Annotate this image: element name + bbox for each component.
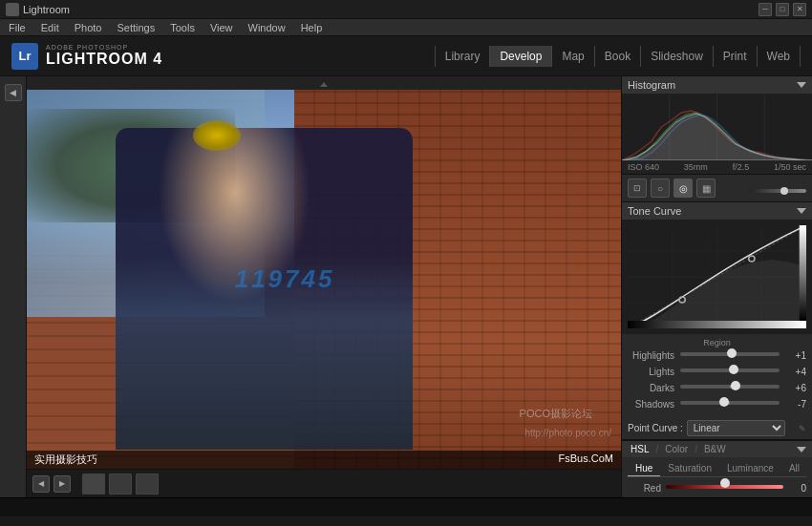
hsl-tab-color[interactable]: Color — [662, 444, 691, 454]
tool-redeye[interactable]: ◎ — [673, 179, 693, 198]
main-layout: ◀ 119745 POCO摄影论坛 http: — [0, 76, 812, 497]
filmstrip-thumb-3[interactable] — [136, 473, 159, 494]
menu-photo[interactable]: Photo — [72, 22, 105, 33]
hsl-sub-lum[interactable]: Luminance — [719, 461, 781, 476]
shadows-value: -7 — [783, 399, 806, 410]
maximize-button[interactable]: □ — [776, 3, 789, 16]
highlights-label: Highlights — [628, 350, 680, 361]
tone-curve-header[interactable]: Tone Curve — [622, 202, 812, 220]
aperture-value: f/2.5 — [733, 162, 750, 172]
red-slider[interactable] — [666, 481, 783, 494]
point-curve-select[interactable]: Linear Medium Contrast Strong Contrast — [687, 420, 785, 436]
tool-row: ⊡ ○ ◎ ▦ — [622, 175, 812, 202]
hsl-collapse-icon[interactable] — [797, 447, 806, 452]
histogram-collapse-icon[interactable] — [797, 82, 806, 88]
header: Lr ADOBE PHOTOSHOP LIGHTROOM 4 Library D… — [0, 36, 812, 76]
lights-row: Lights +4 — [628, 365, 806, 378]
menu-settings[interactable]: Settings — [114, 22, 158, 33]
shadows-row: Shadows -7 — [628, 397, 806, 410]
adobe-label: ADOBE PHOTOSHOP — [46, 44, 162, 51]
window-title: Lightroom — [23, 4, 759, 15]
hsl-sub-hue[interactable]: Hue — [628, 461, 660, 476]
left-panel-toggle[interactable]: ◀ — [5, 84, 22, 101]
point-curve-label: Point Curve : — [628, 423, 683, 433]
nav-slideshow[interactable]: Slideshow — [641, 46, 714, 67]
darks-value: +6 — [783, 383, 806, 393]
highlights-thumb[interactable] — [727, 348, 737, 358]
shadows-label: Shadows — [628, 399, 680, 410]
status-bar — [0, 497, 812, 516]
tool-slider-track — [749, 189, 806, 193]
tool-grad[interactable]: ▦ — [696, 179, 716, 198]
photo-background: 119745 POCO摄影论坛 http://photo.poco.cn/ 实用… — [27, 90, 621, 469]
minimize-button[interactable]: ─ — [759, 3, 772, 16]
nav-modules: Library Develop Map Book Slideshow Print… — [435, 46, 801, 67]
point-curve-edit-icon[interactable]: ✎ — [799, 424, 806, 433]
histogram-title: Histogram — [628, 79, 675, 91]
tone-curve-canvas — [622, 220, 812, 334]
shadows-track — [680, 401, 780, 405]
lights-slider[interactable] — [680, 365, 780, 378]
nav-print[interactable]: Print — [714, 46, 758, 67]
filmstrip-thumb-2[interactable] — [109, 473, 132, 494]
menu-view[interactable]: View — [207, 22, 236, 33]
product-name: LIGHTROOM 4 — [46, 51, 162, 68]
tool-slider-thumb[interactable] — [780, 187, 788, 195]
camera-info: ISO 640 35mm f/2.5 1/50 sec — [622, 160, 812, 174]
tone-curve-section: Tone Curve — [622, 202, 812, 441]
hsl-tab-bw[interactable]: B&W — [701, 444, 729, 454]
red-value: 0 — [787, 483, 806, 494]
banner-right: FsBus.CoM — [559, 452, 613, 467]
menu-tools[interactable]: Tools — [167, 22, 198, 33]
shadows-slider[interactable] — [680, 397, 780, 410]
darks-slider[interactable] — [680, 381, 780, 394]
menu-bar: File Edit Photo Settings Tools View Wind… — [0, 19, 812, 36]
tone-curve-collapse-icon[interactable] — [797, 208, 806, 214]
tool-slider-area — [749, 183, 806, 193]
menu-edit[interactable]: Edit — [38, 22, 62, 33]
menu-file[interactable]: File — [6, 22, 29, 33]
focal-value: 35mm — [684, 162, 708, 172]
watermark-url: http://photo.poco.cn/ — [524, 428, 611, 438]
hsl-content: Hue Saturation Luminance All Red 0 — [622, 457, 812, 497]
nav-map[interactable]: Map — [552, 46, 594, 67]
point-curve-row: Point Curve : Linear Medium Contrast Str… — [622, 417, 812, 440]
nav-book[interactable]: Book — [595, 46, 641, 67]
close-button[interactable]: ✕ — [793, 3, 806, 16]
shadows-thumb[interactable] — [719, 397, 729, 407]
hsl-sub-sat[interactable]: Saturation — [660, 461, 719, 476]
bottom-banner: 实用摄影技巧 FsBus.CoM — [27, 451, 621, 469]
nav-library[interactable]: Library — [435, 46, 491, 67]
tool-crop[interactable]: ⊡ — [628, 179, 647, 198]
menu-window[interactable]: Window — [246, 22, 288, 33]
nav-web[interactable]: Web — [758, 46, 801, 67]
histogram-header: Histogram — [622, 76, 812, 94]
top-scroll-area — [27, 76, 621, 90]
lights-thumb[interactable] — [729, 365, 738, 374]
flowers — [193, 120, 241, 151]
hsl-tab-hsl[interactable]: HSL — [628, 444, 652, 454]
center-area: 119745 POCO摄影论坛 http://photo.poco.cn/ 实用… — [27, 76, 621, 497]
tool-spot[interactable]: ○ — [651, 179, 670, 198]
hsl-section: HSL / Color / B&W Hue Saturation Luminan… — [622, 441, 812, 497]
lights-label: Lights — [628, 367, 680, 377]
region-sliders: Region Highlights +1 Lights — [622, 334, 812, 417]
histogram-canvas — [622, 94, 812, 160]
hsl-sub-all[interactable]: All — [781, 461, 807, 476]
red-thumb[interactable] — [720, 478, 730, 488]
darks-thumb[interactable] — [731, 381, 740, 390]
darks-row: Darks +6 — [628, 381, 806, 394]
menu-help[interactable]: Help — [298, 22, 326, 33]
filmstrip-prev[interactable]: ◀ — [32, 475, 50, 493]
watermark-site: POCO摄影论坛 — [520, 407, 592, 421]
nav-develop[interactable]: Develop — [490, 46, 552, 67]
tone-curve-title: Tone Curve — [628, 205, 681, 217]
red-label: Red — [628, 483, 666, 494]
svg-rect-17 — [800, 225, 806, 321]
highlights-slider[interactable] — [680, 348, 780, 362]
hsl-tabs: HSL / Color / B&W — [628, 444, 729, 454]
lr-logo-text: ADOBE PHOTOSHOP LIGHTROOM 4 — [46, 44, 162, 68]
watermark-numbers: 119745 — [235, 264, 335, 294]
filmstrip-thumb-1[interactable] — [82, 473, 105, 494]
filmstrip-play[interactable]: ▶ — [53, 475, 71, 493]
